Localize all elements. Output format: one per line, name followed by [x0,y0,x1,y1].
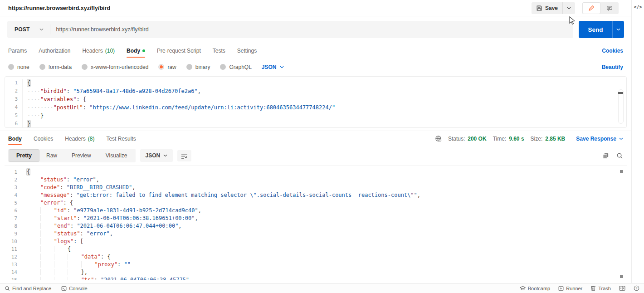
save-button[interactable]: Save [532,2,562,14]
view-pretty[interactable]: Pretty [9,150,39,161]
beautify-link[interactable]: Beautify [602,64,623,70]
search-response-icon[interactable] [616,152,623,159]
body-type-radios: noneform-datax-www-form-urlencodedrawbin… [8,64,252,70]
line-number: 3 [5,95,22,103]
code-content: "ts": "2021-06-04T06:06:38.45775", [22,276,192,280]
line-number: 7 [5,215,22,222]
trash-button[interactable]: Trash [590,285,611,291]
bootcamp-label: Bootcamp [528,286,551,291]
save-response-label: Save Response [576,136,616,142]
body-type-raw[interactable]: raw [158,64,176,70]
edit-request-button[interactable] [582,2,600,14]
radio-label: raw [167,64,176,70]
line-number: 6 [5,207,22,215]
runner-button[interactable]: Runner [558,286,582,291]
response-tab-headers[interactable]: Headers(8) [65,131,94,146]
request-tab-params[interactable]: Params [8,43,27,59]
bootcamp-button[interactable]: Bootcamp [520,286,551,291]
line-number: 12 [5,253,22,261]
split-panes-icon [619,286,625,291]
save-button-group: Save [532,2,575,14]
code-content: "status": "error", [22,176,99,184]
help-button[interactable]: ? [634,285,639,291]
response-tab-body[interactable]: Body [8,131,22,146]
view-raw[interactable]: Raw [39,150,64,161]
response-language-select[interactable]: JSON [140,149,173,162]
wrap-lines-button[interactable] [177,150,191,161]
body-type-none[interactable]: none [8,64,29,70]
method-select[interactable]: POST [7,26,50,33]
code-content: ····"variables": { [22,95,86,103]
scrollbar-track[interactable] [618,89,624,124]
code-content: "error": { [22,199,73,207]
send-options-button[interactable] [612,21,624,38]
console-label: Console [69,286,87,291]
chevron-down-icon [163,154,167,157]
request-tab-headers[interactable]: Headers(10) [82,43,115,59]
console-button[interactable]: Console [61,286,87,291]
body-type-row: noneform-datax-www-form-urlencodedrawbin… [0,59,631,75]
line-number: 5 [5,112,22,120]
view-preview[interactable]: Preview [64,150,98,161]
response-tab-test-results[interactable]: Test Results [106,131,136,146]
request-tab-bar: https://runner.browserbird.xyz/fly/bird … [0,0,631,16]
time-value: 9.60 s [509,136,524,142]
code-content: "proxy": "" [22,261,131,269]
send-button-label: Send [579,26,612,33]
scrollbar-thumb[interactable] [620,170,623,173]
response-body-viewer[interactable]: 1{2 "status": "error",3 "code": "BIRD__B… [5,165,627,280]
right-sidebar-rail: </> [631,0,644,283]
radio-icon [220,64,226,70]
request-tab-body[interactable]: Body [127,43,145,59]
tab-label: Authorization [39,48,70,54]
network-globe-icon[interactable] [435,135,442,142]
save-options-button[interactable] [562,2,575,14]
wrap-lines-icon [181,153,188,159]
send-button[interactable]: Send [579,21,624,38]
body-type-form-data[interactable]: form-data [39,64,72,70]
find-and-replace-button[interactable]: Find and Replace [5,286,51,291]
request-tab-tests[interactable]: Tests [213,43,225,59]
request-language-select[interactable]: JSON [262,64,284,70]
response-section: BodyCookiesHeaders(8)Test Results Status… [0,131,631,280]
code-line: 13 "proxy": "" [5,261,627,269]
code-snippet-toggle[interactable]: </> [632,5,644,10]
request-body-editor[interactable]: 1{2····"birdId": "57a65984-8a17-48d6-a92… [5,76,627,128]
find-and-replace-label: Find and Replace [12,286,51,291]
request-tab-authorization[interactable]: Authorization [39,43,70,59]
pencil-icon [588,5,595,11]
response-toolbar: PrettyRawPreviewVisualize JSON [0,146,631,165]
scrollbar-thumb[interactable] [618,92,623,94]
line-number: 10 [5,238,22,245]
save-response-button[interactable]: Save Response [576,136,623,142]
view-visualize[interactable]: Visualize [98,150,135,161]
line-number: 3 [5,184,22,191]
cookies-link[interactable]: Cookies [602,48,623,54]
request-tab-pre-request-script[interactable]: Pre-request Script [157,43,201,59]
method-label: POST [15,26,29,33]
save-button-label: Save [545,5,558,11]
body-type-x-www-form-urlencoded[interactable]: x-www-form-urlencoded [82,64,148,70]
split-panes-button[interactable] [619,286,625,291]
request-tab-settings[interactable]: Settings [237,43,257,59]
body-type-graphql[interactable]: GraphQL [220,64,251,70]
copy-response-icon[interactable] [602,152,609,159]
request-tabs: ParamsAuthorizationHeaders(10)BodyPre-re… [8,43,268,59]
code-content: "status": "error", [22,230,113,238]
body-type-binary[interactable]: binary [186,64,210,70]
radio-icon [8,64,14,70]
line-number: 11 [5,245,22,253]
radio-icon [39,64,45,70]
response-tab-cookies[interactable]: Cookies [34,131,53,146]
response-tabs-row: BodyCookiesHeaders(8)Test Results Status… [0,131,631,146]
chevron-down-icon [619,137,623,140]
code-line: 7 "start": "2021-06-04T06:06:38.169651+0… [5,215,627,222]
url-input[interactable] [50,26,573,33]
scrollbar-thumb[interactable] [620,275,623,278]
chevron-down-icon [39,28,44,31]
comments-button[interactable] [600,2,619,14]
code-content: }, [22,269,88,276]
line-number: 8 [5,222,22,230]
line-number: 9 [5,230,22,238]
radio-label: binary [195,64,210,70]
